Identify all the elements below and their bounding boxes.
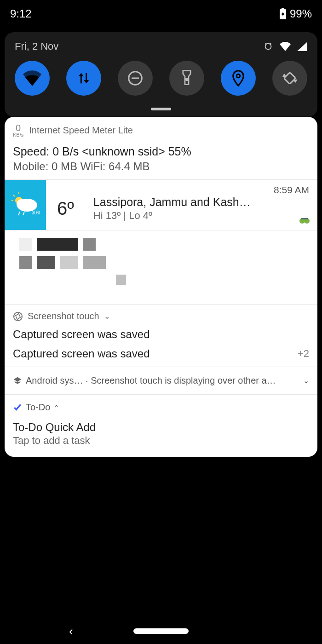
weather-hilo: Hi 13º | Lo 4º <box>93 210 251 222</box>
svg-line-11 <box>13 195 15 196</box>
chevron-down-icon[interactable]: ⌄ <box>104 312 110 321</box>
todo-check-icon <box>13 403 22 412</box>
notification-shade: Fri, 2 Nov <box>5 32 317 117</box>
signal-status-icon <box>297 42 307 51</box>
weather-body: 8:59 AM 6º Lassipora, Jammu and Kash… Hi… <box>46 180 317 230</box>
dnd-icon <box>126 69 144 87</box>
svg-rect-19 <box>301 218 308 219</box>
wifi-icon <box>23 70 41 86</box>
nav-back-button[interactable]: ‹ <box>69 624 73 638</box>
svg-point-5 <box>186 79 188 80</box>
layers-icon <box>13 376 22 385</box>
android-sys-text: Android sys… · Screenshot touch is displ… <box>26 375 299 386</box>
weather-app-icon <box>299 216 310 225</box>
quick-settings-row <box>13 61 309 103</box>
navigation-bar: ‹ <box>0 618 322 644</box>
qs-location[interactable] <box>221 61 256 96</box>
todo-app-name: To-Do <box>26 402 50 413</box>
wifi-status-icon <box>280 42 291 51</box>
shade-header: Fri, 2 Nov <box>13 40 309 61</box>
autorotate-icon <box>282 70 298 86</box>
qs-wifi[interactable] <box>15 61 50 96</box>
screenshot-header[interactable]: Screenshot touch ⌄ <box>13 311 309 322</box>
battery-icon: ✦ <box>279 8 287 20</box>
svg-text:30%: 30% <box>32 210 40 215</box>
weather-time: 8:59 AM <box>274 184 309 196</box>
data-arrows-icon <box>76 70 92 86</box>
qs-autorotate[interactable] <box>272 61 307 96</box>
svg-point-13 <box>17 199 27 209</box>
svg-rect-7 <box>284 72 295 84</box>
ism-app-name: Internet Speed Meter Lite <box>29 125 133 136</box>
svg-point-20 <box>14 312 22 320</box>
aperture-icon <box>13 311 23 322</box>
notification-android-system[interactable]: Android sys… · Screenshot touch is displ… <box>5 367 317 395</box>
weather-icon-box: 30% <box>5 180 46 230</box>
notification-list: 0 KB/s Internet Speed Meter Lite Speed: … <box>5 117 317 457</box>
notification-redacted[interactable] <box>5 230 317 305</box>
chevron-down-icon[interactable]: ⌄ <box>303 376 309 385</box>
svg-point-6 <box>236 74 240 78</box>
status-right: ✦ 99% <box>279 7 312 20</box>
weather-location-block: Lassipora, Jammu and Kash… Hi 13º | Lo 4… <box>93 196 251 222</box>
location-icon <box>231 69 245 87</box>
notification-ism[interactable]: 0 KB/s Internet Speed Meter Lite Speed: … <box>5 117 317 180</box>
shade-date: Fri, 2 Nov <box>15 40 58 52</box>
nav-home-pill[interactable] <box>133 628 189 634</box>
ism-line1: Speed: 0 B/s <unknown ssid> 55% <box>13 145 309 158</box>
weather-temp: 6º <box>57 198 74 219</box>
todo-header[interactable]: To-Do ⌃ <box>13 402 309 413</box>
svg-line-15 <box>23 212 24 215</box>
battery-percent: 99% <box>290 7 312 20</box>
screenshot-app-name: Screenshot touch <box>28 311 99 322</box>
screenshot-line2: Captured screen was saved +2 <box>13 347 309 360</box>
clock: 9:12 <box>10 7 32 20</box>
screenshot-count: +2 <box>298 348 309 360</box>
flashlight-icon <box>180 69 193 87</box>
chevron-up-icon[interactable]: ⌃ <box>54 404 59 411</box>
todo-subtitle: Tap to add a task <box>13 435 309 447</box>
qs-mobile-data[interactable] <box>66 61 101 96</box>
notification-weather[interactable]: 30% 8:59 AM 6º Lassipora, Jammu and Kash… <box>5 180 317 230</box>
todo-title: To-Do Quick Add <box>13 421 309 434</box>
shade-status-icons <box>263 41 307 52</box>
screenshot-line1: Captured screen was saved <box>13 328 309 341</box>
shade-drag-handle[interactable] <box>151 108 171 110</box>
ism-badge-icon: 0 KB/s <box>13 123 23 138</box>
weather-location: Lassipora, Jammu and Kash… <box>93 196 251 209</box>
ism-header: 0 KB/s Internet Speed Meter Lite <box>13 123 309 138</box>
qs-flashlight[interactable] <box>169 61 204 96</box>
alarm-icon <box>263 41 273 52</box>
svg-line-14 <box>18 212 20 215</box>
status-bar: 9:12 ✦ 99% <box>0 0 322 28</box>
svg-text:✦: ✦ <box>281 11 285 17</box>
qs-dnd[interactable] <box>118 61 153 96</box>
weather-cloud-icon: 30% <box>11 192 40 218</box>
svg-rect-1 <box>282 8 284 9</box>
notification-todo[interactable]: To-Do ⌃ To-Do Quick Add Tap to add a tas… <box>5 395 317 457</box>
notification-screenshot[interactable]: Screenshot touch ⌄ Captured screen was s… <box>5 305 317 367</box>
ism-line2: Mobile: 0 MB WiFi: 64.4 MB <box>13 160 309 173</box>
